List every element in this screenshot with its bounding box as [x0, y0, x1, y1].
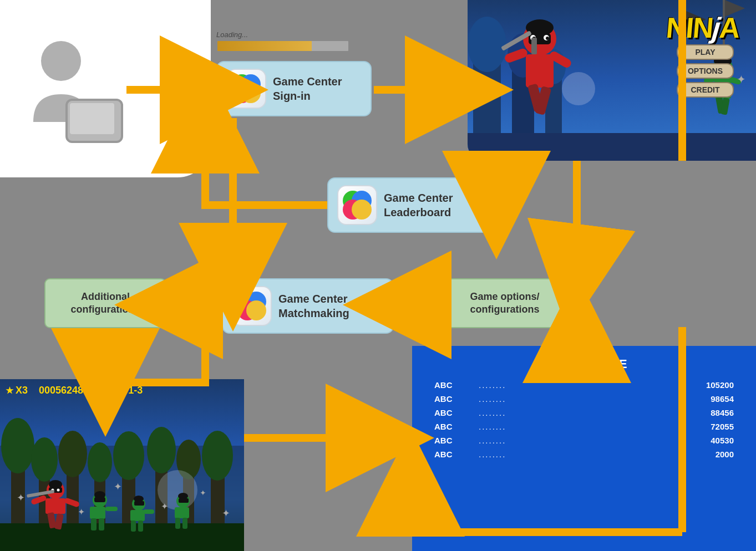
svg-text:✦: ✦	[200, 488, 206, 497]
ninja-menu: PLAY OPTIONS CREDIT	[677, 44, 734, 98]
game-center-leaderboard-box: Game Center Leaderboard	[327, 177, 494, 233]
svg-point-65	[147, 427, 176, 473]
additional-config-box: Additional configurations	[44, 278, 166, 328]
loading-track	[216, 40, 349, 52]
game-center-matchmaking-box: Game Center Matchmaking	[222, 278, 394, 334]
svg-point-61	[88, 442, 112, 482]
gc-signin-label: Game Center Sign-in	[273, 74, 342, 103]
svg-rect-70	[0, 523, 244, 551]
svg-rect-101	[182, 518, 187, 529]
high-score-panel: HIGH SCORE ABC ........ 105200 ABC .....…	[412, 346, 756, 551]
high-score-title: HIGH SCORE	[434, 357, 734, 371]
ninja-options-button: OPTIONS	[677, 63, 734, 79]
svg-rect-95	[138, 521, 143, 532]
score-row: ABC ........ 105200	[434, 380, 734, 390]
loading-label: Loading...	[216, 30, 361, 39]
ninja-play-button: PLAY	[677, 44, 734, 60]
svg-point-43	[241, 83, 261, 103]
bottom-left-gameplay: ★ X3 000562489 Level 1-3	[0, 379, 244, 551]
svg-point-57	[31, 437, 58, 482]
svg-text:✦: ✦	[161, 502, 168, 511]
svg-rect-87	[91, 518, 97, 530]
svg-rect-88	[99, 518, 104, 530]
svg-point-76	[57, 489, 60, 492]
svg-text:✦: ✦	[222, 508, 230, 519]
game-options-box: Game options/ configurations	[438, 278, 571, 328]
svg-rect-77	[45, 498, 65, 514]
svg-point-55	[1, 418, 34, 473]
svg-rect-19	[526, 54, 554, 88]
ninja-game-title: NINjA	[665, 11, 741, 44]
svg-rect-20	[504, 48, 529, 64]
game-options-label: Game options/ configurations	[470, 290, 539, 317]
svg-rect-100	[175, 518, 180, 529]
svg-rect-94	[131, 521, 136, 532]
score-table: ABC ........ 105200 ABC ........ 98654 A…	[434, 380, 734, 459]
svg-rect-84	[94, 497, 105, 502]
svg-point-47	[352, 200, 372, 220]
svg-rect-92	[130, 510, 145, 521]
svg-point-69	[202, 431, 233, 481]
svg-text:✦: ✦	[737, 73, 745, 85]
gc-signin-icon	[226, 69, 266, 109]
svg-rect-86	[105, 507, 118, 511]
svg-rect-98	[179, 498, 189, 503]
score-row: ABC ........ 98654	[434, 394, 734, 404]
svg-point-63	[113, 431, 144, 480]
svg-rect-25	[531, 38, 537, 54]
svg-point-37	[41, 41, 81, 81]
svg-point-18	[546, 37, 549, 40]
svg-rect-91	[134, 501, 144, 506]
svg-point-51	[246, 300, 266, 320]
svg-point-59	[58, 431, 87, 477]
svg-rect-85	[90, 507, 105, 519]
svg-text:✦: ✦	[17, 492, 25, 503]
game-center-signin-box: Game Center Sign-in	[216, 61, 372, 116]
svg-rect-39	[70, 103, 114, 134]
gc-matchmaking-icon	[232, 286, 272, 326]
loading-fill	[217, 41, 312, 51]
score-row: ABC ........ 40530	[434, 436, 734, 445]
user-with-tablet	[17, 33, 128, 146]
svg-rect-93	[143, 509, 154, 514]
gc-matchmaking-label: Game Center Matchmaking	[278, 292, 349, 320]
svg-text:✦: ✦	[78, 507, 85, 517]
score-row: ABC ........ 2000	[434, 450, 734, 459]
ninja-game-screenshot: ✦ NINjA PLAY OPTIONS CREDIT	[468, 0, 756, 161]
gc-leaderboard-icon	[337, 185, 377, 225]
svg-text:✦: ✦	[114, 481, 122, 492]
svg-rect-99	[175, 507, 189, 518]
score-row: ABC ........ 88456	[434, 408, 734, 417]
ninja-credit-button: CREDIT	[677, 82, 734, 98]
additional-config-label: Additional configurations	[71, 290, 140, 317]
loading-bar-area: Loading...	[216, 30, 361, 52]
gc-leaderboard-label: Game Center Leaderboard	[384, 191, 453, 220]
score-row: ABC ........ 72055	[434, 422, 734, 431]
